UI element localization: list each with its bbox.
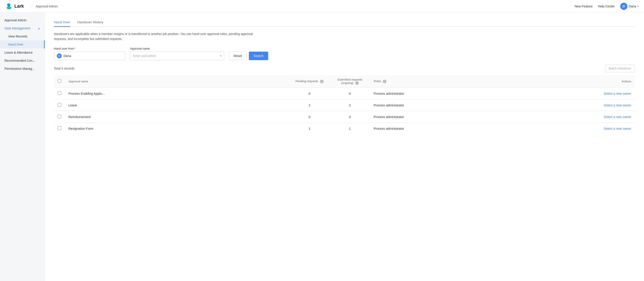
chevron-up-icon: ▲ [38, 27, 40, 30]
sidebar-item-label: Leave & Attendance [4, 51, 32, 54]
row-4-action: Select a new owner [595, 123, 635, 134]
table-total: Total 5 records [54, 67, 74, 70]
avatar: D [620, 3, 628, 10]
filter-actions: Reset Search [229, 52, 268, 60]
reset-button[interactable]: Reset [229, 52, 246, 60]
row-3-check [54, 111, 65, 123]
sidebar-item-label: Hand Over [8, 43, 23, 46]
submitted-info-icon[interactable]: i [355, 81, 359, 85]
sidebar-item-label: Approval Admin [4, 18, 26, 22]
user-menu[interactable]: D Dana ▾ [620, 3, 638, 10]
sidebar-item-leave-attendance[interactable]: Leave & Attendance [0, 48, 45, 56]
row-1-check [54, 88, 65, 100]
row-4-check [54, 123, 65, 134]
sidebar-item-label: View Records [8, 34, 28, 38]
col-header-actions: Actions [595, 75, 635, 88]
select-all-checkbox[interactable] [58, 79, 61, 83]
logo[interactable]: Lark [6, 3, 24, 10]
table-meta: Total 5 records Batch Handover [54, 65, 635, 72]
col-header-pending-requests: Pending requests i [289, 75, 330, 88]
from-user-avatar: D [57, 54, 62, 58]
sidebar-item-label: Data Management [4, 26, 30, 30]
sidebar-item-recommended-con[interactable]: Recommended Con... [0, 56, 45, 65]
row-1-submitted: 0 [330, 88, 370, 100]
row-3-approval-name: Reimbursement [65, 111, 289, 123]
row-2-check [54, 100, 65, 111]
sidebar-item-view-records[interactable]: View Records [0, 32, 45, 40]
col-header-check [54, 75, 65, 88]
row-2-roles: Process administrator [370, 100, 594, 111]
table-body: Process Enabling Applic... 0 0 Process a… [54, 88, 635, 134]
row-3-action: Select a new owner [595, 111, 635, 123]
row-4-checkbox[interactable] [58, 126, 61, 130]
navbar-divider [32, 4, 32, 9]
sidebar-item-approval-admin[interactable]: Approval Admin [0, 16, 45, 24]
main-content: Hand Over Handover History Handovers are… [45, 12, 644, 281]
row-1-roles: Process administrator [370, 88, 594, 100]
row-3-checkbox[interactable] [58, 115, 61, 118]
row-1-action: Select a new owner [595, 88, 635, 100]
row-2-select-owner-link[interactable]: Select a new owner [604, 104, 631, 107]
approval-name-group: Approval name Enter and select ▾ [130, 47, 224, 60]
row-4-approval-name: Resignation Form [65, 123, 289, 134]
row-1-approval-name: Process Enabling Applic... [65, 88, 289, 100]
tabs: Hand Over Handover History [54, 18, 635, 27]
col-header-submitted-requests: Submitted requests (ongoing) i [330, 75, 370, 88]
row-2-submitted: 2 [330, 100, 370, 111]
tab-handover-history[interactable]: Handover History [78, 18, 104, 27]
hand-over-from-input[interactable]: D Dana [54, 52, 126, 60]
chevron-down-icon: ▾ [638, 5, 638, 8]
chevron-down-icon: ▾ [220, 54, 222, 58]
navbar-breadcrumb: Approval Admin [36, 4, 58, 8]
sidebar-item-permissions-manag[interactable]: Permissions Manag... [0, 65, 45, 73]
hand-over-from-group: Hand over from* D Dana [54, 47, 126, 60]
approval-name-placeholder: Enter and select [133, 54, 156, 58]
new-feature-link[interactable]: New Feature [575, 4, 592, 8]
row-4-submitted: 1 [330, 123, 370, 134]
username: Dana [629, 4, 636, 8]
row-2-action: Select a new owner [595, 100, 635, 111]
row-2-pending: 2 [289, 100, 330, 111]
table-header-row: Approval name Pending requests i Submitt… [54, 75, 635, 88]
row-3-submitted: 0 [330, 111, 370, 123]
col-header-roles: Roles i [370, 75, 594, 88]
hand-over-from-label: Hand over from* [54, 47, 126, 50]
sidebar-item-data-management[interactable]: Data Management ▲ [0, 24, 45, 32]
navbar: Lark Approval Admin New Feature Help Cen… [0, 0, 644, 12]
row-3-pending: 0 [289, 111, 330, 123]
lark-logo-icon [6, 3, 12, 10]
sidebar-item-hand-over[interactable]: Hand Over [0, 40, 45, 48]
sidebar-item-label: Recommended Con... [4, 59, 35, 62]
required-marker: * [74, 47, 76, 50]
tab-hand-over[interactable]: Hand Over [54, 18, 70, 27]
help-center-link[interactable]: Help Center [598, 4, 615, 8]
sidebar-sub-data-management: View Records Hand Over [0, 32, 45, 48]
roles-info-icon[interactable]: i [383, 80, 386, 83]
hand-over-from-value: Dana [64, 54, 71, 58]
batch-handover-button[interactable]: Batch Handover [605, 65, 635, 72]
search-button[interactable]: Search [249, 52, 268, 60]
layout: Approval Admin Data Management ▲ View Re… [0, 12, 644, 281]
table-row: Process Enabling Applic... 0 0 Process a… [54, 88, 635, 100]
sidebar-item-label: Permissions Manag... [4, 67, 35, 70]
table-row: Reimbursement 0 0 Process administrator … [54, 111, 635, 123]
row-4-pending: 1 [289, 123, 330, 134]
row-3-select-owner-link[interactable]: Select a new owner [604, 115, 631, 119]
row-1-pending: 0 [289, 88, 330, 100]
row-1-checkbox[interactable] [58, 91, 61, 95]
pending-info-icon[interactable]: i [320, 80, 324, 83]
records-table: Approval name Pending requests i Submitt… [54, 75, 635, 135]
table-row: Leave 2 2 Process administrator Select a… [54, 100, 635, 111]
row-3-roles: Process administrator [370, 111, 594, 123]
row-2-checkbox[interactable] [58, 103, 61, 106]
sidebar: Approval Admin Data Management ▲ View Re… [0, 12, 45, 281]
navbar-right: New Feature Help Center D Dana ▾ [575, 3, 638, 10]
page-description: Handovers are applicable when a member r… [54, 32, 256, 42]
logo-text: Lark [14, 4, 24, 9]
row-4-roles: Process administrator [370, 123, 594, 134]
row-4-select-owner-link[interactable]: Select a new owner [604, 127, 631, 130]
approval-name-select[interactable]: Enter and select ▾ [130, 52, 224, 60]
row-1-select-owner-link[interactable]: Select a new owner [604, 92, 631, 96]
filter-row: Hand over from* D Dana Approval name Ent… [54, 47, 635, 60]
row-2-approval-name: Leave [65, 100, 289, 111]
